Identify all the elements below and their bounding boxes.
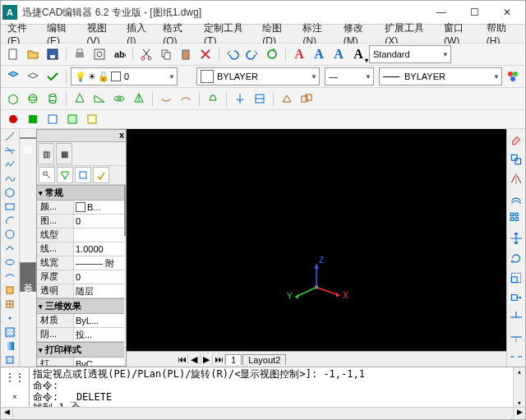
- arc-icon[interactable]: [2, 215, 17, 226]
- command-window[interactable]: ⋮⋮× 指定视点或[透视(PE)/PLan(PL)/旋转(R)/<显示视图控制>…: [1, 367, 525, 407]
- drawing-canvas[interactable]: X Y Z: [127, 129, 506, 351]
- layer-prev-icon[interactable]: [24, 67, 42, 85]
- lineweight-dropdown[interactable]: BYLAYER: [379, 67, 502, 85]
- text-a3-icon[interactable]: A: [330, 45, 348, 63]
- block-insert-icon[interactable]: [2, 284, 17, 296]
- command-scrollbar[interactable]: ▴▾: [513, 367, 525, 407]
- box-icon[interactable]: [4, 90, 22, 108]
- rect-icon[interactable]: [2, 201, 17, 212]
- tab-nav-next[interactable]: ▶: [201, 354, 213, 365]
- rotate-icon[interactable]: [509, 251, 524, 265]
- prop-plot1[interactable]: 打...ByC...: [37, 358, 124, 366]
- prop-material[interactable]: 材质ByL...: [37, 314, 124, 328]
- linetype-dropdown[interactable]: —: [325, 67, 374, 85]
- img-red-icon[interactable]: [4, 110, 22, 128]
- mirror-icon[interactable]: [509, 172, 524, 187]
- copy-obj-icon[interactable]: [509, 152, 524, 167]
- print-icon[interactable]: [71, 45, 89, 63]
- prop-ltscale[interactable]: 线...1.0000: [37, 242, 124, 256]
- extrude-icon[interactable]: [204, 90, 222, 108]
- region-icon[interactable]: [2, 354, 17, 366]
- command-handle[interactable]: ⋮⋮×: [1, 367, 30, 407]
- print-preview-icon[interactable]: [90, 45, 108, 63]
- revolve-icon[interactable]: [231, 90, 249, 108]
- layer-state-icon[interactable]: [44, 67, 62, 85]
- new-icon[interactable]: [4, 45, 22, 63]
- panel-close-icon[interactable]: x: [37, 130, 126, 142]
- scale-icon[interactable]: [509, 270, 524, 285]
- prop-color[interactable]: 颜...B...: [37, 201, 124, 215]
- hscrollbar[interactable]: ◀▶: [1, 407, 525, 419]
- tab-1[interactable]: 1: [225, 354, 242, 365]
- break-icon[interactable]: [509, 349, 524, 364]
- section-plot[interactable]: 打印样式: [37, 342, 124, 358]
- circle-icon[interactable]: [2, 228, 17, 240]
- layer-dropdown[interactable]: 💡 ☀ 🔓 0: [71, 67, 178, 85]
- tab-nav-last[interactable]: ⏭: [213, 354, 225, 364]
- prop-shadow[interactable]: 阴...投...: [37, 328, 124, 342]
- stretch-icon[interactable]: [509, 290, 524, 305]
- text-a1-icon[interactable]: A: [290, 45, 308, 63]
- prop-thickness[interactable]: 厚度0: [37, 270, 124, 284]
- revcloud-icon[interactable]: [2, 242, 17, 254]
- wedge-icon[interactable]: [90, 90, 108, 108]
- move-icon[interactable]: [509, 231, 524, 246]
- select-obj-icon[interactable]: [39, 167, 55, 183]
- dome-icon[interactable]: [177, 90, 195, 108]
- section-3d[interactable]: 三维效果: [37, 298, 124, 314]
- section-icon[interactable]: [278, 90, 296, 108]
- text-a-standard-icon[interactable]: A▾: [349, 45, 367, 63]
- trim-icon[interactable]: [509, 310, 524, 325]
- cylinder-icon[interactable]: [44, 90, 62, 108]
- text-style-dropdown[interactable]: Standard: [369, 45, 451, 63]
- img-frame-icon[interactable]: [44, 110, 62, 128]
- erase-icon[interactable]: [509, 132, 524, 147]
- point-icon[interactable]: [2, 312, 17, 324]
- panel-pin-icon[interactable]: ▥: [38, 143, 54, 164]
- prop-linetype[interactable]: 线型: [37, 228, 124, 242]
- find-icon[interactable]: abc: [110, 45, 128, 63]
- panel-menu-icon[interactable]: ▦: [56, 143, 72, 164]
- color-dropdown[interactable]: BYLAYER: [196, 67, 320, 85]
- img-clip-icon[interactable]: [63, 110, 81, 128]
- tab-layout2[interactable]: Layout2: [242, 354, 286, 365]
- tab-nav-first[interactable]: ⏮: [176, 354, 188, 364]
- quick-select-icon[interactable]: [57, 167, 73, 183]
- toggle-pick-icon[interactable]: [93, 167, 109, 183]
- polygon-icon[interactable]: [2, 187, 17, 198]
- gradient-icon[interactable]: [2, 340, 17, 352]
- prop-transparency[interactable]: 透明随层: [37, 284, 124, 298]
- hatch-icon[interactable]: [2, 326, 17, 338]
- interfere-icon[interactable]: [298, 90, 316, 108]
- copy-icon[interactable]: [157, 45, 175, 63]
- pickadd-icon[interactable]: [75, 167, 91, 183]
- extend-icon[interactable]: [509, 330, 524, 344]
- open-icon[interactable]: [24, 45, 42, 63]
- pline-icon[interactable]: [2, 159, 17, 170]
- sidebar-tab-properties[interactable]: 属性: [20, 137, 36, 139]
- save-icon[interactable]: [44, 45, 62, 63]
- prop-lineweight[interactable]: 线宽——— 附: [37, 256, 124, 270]
- undo-icon[interactable]: [224, 45, 242, 63]
- prop-layer[interactable]: 图...0: [37, 215, 124, 228]
- cut-icon[interactable]: [137, 45, 155, 63]
- ellipse-arc-icon[interactable]: [2, 270, 17, 282]
- img-adjust-icon[interactable]: [83, 110, 101, 128]
- slice-icon[interactable]: [251, 90, 269, 108]
- section-general[interactable]: 常规: [37, 185, 124, 201]
- spline-icon[interactable]: [2, 173, 17, 184]
- delete-icon[interactable]: [196, 45, 215, 63]
- offset-icon[interactable]: [509, 192, 524, 206]
- redo-icon[interactable]: [243, 45, 261, 63]
- torus-icon[interactable]: [110, 90, 128, 108]
- xline-icon[interactable]: [2, 145, 17, 156]
- prop-scrollbar[interactable]: [124, 185, 126, 366]
- sphere-icon[interactable]: [24, 90, 42, 108]
- paste-icon[interactable]: [177, 45, 195, 63]
- text-a2-icon[interactable]: A: [310, 45, 328, 63]
- pyramid-icon[interactable]: [130, 90, 148, 108]
- tab-nav-prev[interactable]: ◀: [188, 354, 201, 365]
- cone-icon[interactable]: [71, 90, 89, 108]
- array-icon[interactable]: [509, 211, 524, 226]
- layer-manager-icon[interactable]: [4, 67, 22, 85]
